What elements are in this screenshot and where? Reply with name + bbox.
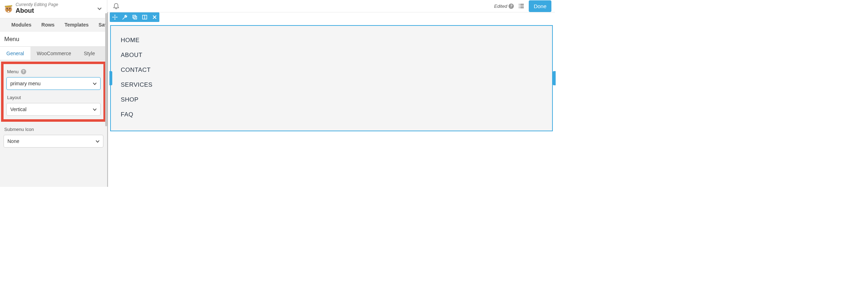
- subtab-woocommerce[interactable]: WooCommerce: [30, 47, 78, 60]
- subtab-general[interactable]: General: [0, 47, 30, 60]
- nav-item-contact[interactable]: CONTACT: [121, 63, 542, 77]
- menu-field-label: Menu ?: [6, 67, 101, 77]
- layout-select[interactable]: Vertical: [6, 103, 101, 116]
- nav-item-services[interactable]: SERVICES: [121, 77, 542, 92]
- menu-select[interactable]: primary menu: [6, 77, 101, 90]
- nav-item-home[interactable]: HOME: [121, 33, 542, 48]
- move-icon[interactable]: [110, 12, 120, 22]
- chevron-down-icon: [96, 139, 100, 143]
- menu-preview-list: HOME ABOUT CONTACT SERVICES SHOP FAQ: [121, 33, 542, 122]
- nav-item-about[interactable]: ABOUT: [121, 48, 542, 63]
- help-icon[interactable]: ?: [21, 69, 26, 74]
- notifications-icon[interactable]: [111, 1, 121, 11]
- submenu-icon-field-label: Submenu Icon: [3, 123, 104, 135]
- done-button[interactable]: Done: [529, 0, 551, 12]
- highlighted-settings-group: Menu ? primary menu Layout Vertical: [1, 62, 106, 122]
- svg-point-3: [10, 8, 11, 9]
- edited-status[interactable]: Edited ?: [494, 4, 514, 9]
- submenu-icon-select[interactable]: None: [4, 135, 103, 148]
- header-title: About: [16, 7, 96, 15]
- menu-module[interactable]: HOME ABOUT CONTACT SERVICES SHOP FAQ: [108, 25, 555, 131]
- layout-field-label: Layout: [6, 90, 101, 103]
- tab-rows[interactable]: Rows: [36, 18, 59, 31]
- duplicate-icon[interactable]: [130, 12, 140, 22]
- help-icon: ?: [509, 4, 514, 9]
- svg-point-2: [7, 8, 8, 9]
- section-title: Menu: [0, 31, 107, 46]
- sub-tabs: General WooCommerce Style ···: [0, 46, 107, 61]
- svg-rect-12: [134, 16, 137, 19]
- page-switcher-chevron[interactable]: [96, 5, 103, 12]
- subtab-style[interactable]: Style: [78, 47, 101, 60]
- main-tabs: Modules Rows Templates Saved ⠿: [0, 18, 107, 31]
- chevron-down-icon: [93, 82, 97, 86]
- tab-templates[interactable]: Templates: [59, 18, 93, 31]
- svg-rect-11: [133, 15, 136, 18]
- header-subtitle: Currently Editing Page: [16, 2, 96, 7]
- top-bar: Edited ? Done: [107, 0, 555, 12]
- close-icon[interactable]: [149, 12, 159, 22]
- chevron-down-icon: [93, 108, 97, 111]
- page-header: Currently Editing Page About: [0, 0, 107, 18]
- columns-icon[interactable]: [140, 12, 149, 22]
- outline-panel-icon[interactable]: [517, 1, 526, 11]
- nav-item-faq[interactable]: FAQ: [121, 107, 542, 122]
- module-toolbar: [110, 12, 159, 22]
- nav-item-shop[interactable]: SHOP: [121, 92, 542, 107]
- svg-rect-4: [8, 11, 9, 12]
- resize-handle-right[interactable]: [553, 71, 556, 85]
- resize-handle-left[interactable]: [109, 71, 112, 85]
- wrench-icon[interactable]: [120, 12, 130, 22]
- tab-modules[interactable]: Modules: [6, 18, 36, 31]
- beaver-logo-icon: [4, 4, 13, 13]
